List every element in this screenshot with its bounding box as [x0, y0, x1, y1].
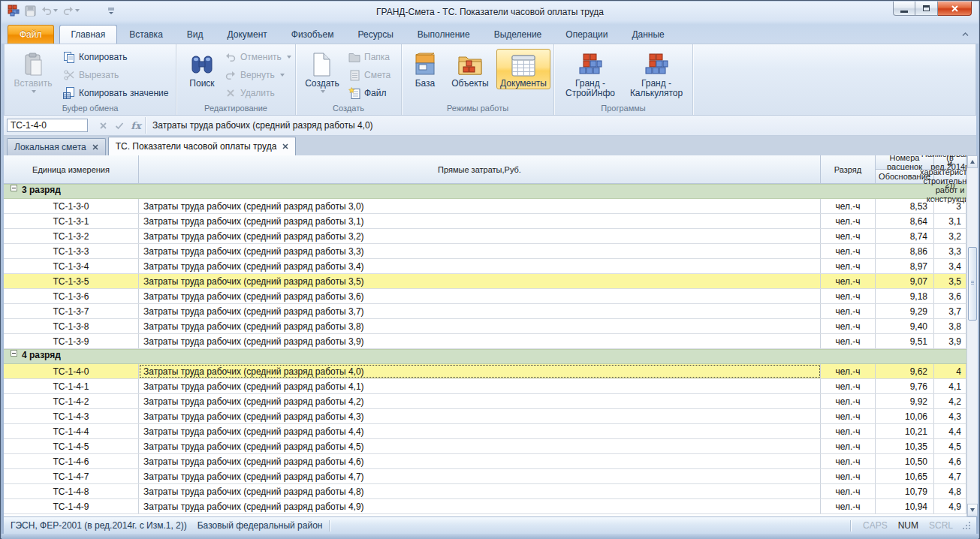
close-tab-icon[interactable]: [92, 144, 98, 150]
cell-grade[interactable]: 4,2: [934, 394, 966, 408]
cell-direct-cost[interactable]: 8,74: [876, 229, 934, 243]
delete-button[interactable]: Удалить: [225, 86, 291, 100]
tab-dannye[interactable]: Данные: [620, 25, 676, 44]
cell-grade[interactable]: 4,6: [934, 454, 966, 468]
cell-work-name[interactable]: Затраты труда рабочих (средний разряд ра…: [139, 334, 821, 348]
cell-direct-cost[interactable]: 10,50: [876, 454, 934, 468]
close-button[interactable]: [938, 2, 972, 16]
doc-tab-local-estimate[interactable]: Локальная смета: [7, 138, 106, 155]
grand-calculator-button[interactable]: Гранд - Калькулятор: [623, 49, 689, 99]
cell-unit[interactable]: чел.-ч: [821, 304, 876, 318]
cell-grade[interactable]: 4,7: [934, 469, 966, 483]
cell-grade[interactable]: 3,2: [934, 229, 966, 243]
cell-grade[interactable]: 4,5: [934, 439, 966, 453]
doc-tab-hourly-rates[interactable]: ТС. Показатели часовой оплаты труда: [108, 137, 297, 155]
cell-unit[interactable]: чел.-ч: [821, 424, 876, 438]
table-row[interactable]: ТС-1-3-7Затраты труда рабочих (средний р…: [4, 304, 966, 319]
cell-rate-id[interactable]: ТС-1-4-0: [4, 364, 139, 378]
cell-work-name[interactable]: Затраты труда рабочих (средний разряд ра…: [139, 394, 821, 408]
base-button[interactable]: База: [406, 49, 444, 89]
cell-unit[interactable]: чел.-ч: [821, 319, 876, 333]
paste-button[interactable]: Вставить: [11, 49, 56, 94]
cell-grade[interactable]: 3,4: [934, 259, 966, 273]
create-button[interactable]: Создать: [300, 49, 344, 94]
objects-button[interactable]: Объекты: [445, 49, 495, 89]
cell-work-name[interactable]: Затраты труда рабочих (средний разряд ра…: [139, 289, 821, 303]
toolbar-more-icon[interactable]: [107, 7, 115, 15]
cell-work-name[interactable]: Затраты труда рабочих (средний разряд ра…: [139, 199, 821, 213]
table-row[interactable]: ТС-1-4-5Затраты труда рабочих (средний р…: [4, 439, 966, 454]
cell-work-name[interactable]: Затраты труда рабочих (средний разряд ра…: [139, 244, 821, 258]
cell-rate-id[interactable]: ТС-1-3-7: [4, 304, 139, 318]
cell-unit[interactable]: чел.-ч: [821, 454, 876, 468]
table-row[interactable]: ТС-1-3-4Затраты труда рабочих (средний р…: [4, 259, 966, 274]
cell-unit[interactable]: чел.-ч: [821, 259, 876, 273]
cell-direct-cost[interactable]: 10,06: [876, 409, 934, 423]
name-box-input[interactable]: [7, 119, 88, 132]
cut-button[interactable]: Вырезать: [63, 68, 168, 82]
cell-unit[interactable]: чел.-ч: [821, 469, 876, 483]
cell-direct-cost[interactable]: 9,40: [876, 319, 934, 333]
group-row[interactable]: 4 разряд: [4, 349, 966, 364]
cell-unit[interactable]: чел.-ч: [821, 499, 876, 513]
cell-rate-id[interactable]: ТС-1-3-6: [4, 289, 139, 303]
table-row[interactable]: ТС-1-3-5Затраты труда рабочих (средний р…: [4, 274, 966, 289]
cell-unit[interactable]: чел.-ч: [821, 334, 876, 348]
header-grade[interactable]: Разряд: [821, 155, 876, 184]
function-icon[interactable]: fx: [130, 119, 142, 131]
cell-grade[interactable]: 4,9: [934, 499, 966, 513]
cancel-icon[interactable]: [97, 119, 109, 131]
tab-vydelenie[interactable]: Выделение: [482, 25, 554, 44]
scroll-down-icon[interactable]: [967, 504, 978, 516]
cell-rate-id[interactable]: ТС-1-4-4: [4, 424, 139, 438]
header-direct-costs[interactable]: Прямые затраты,Руб.: [139, 155, 821, 184]
cell-unit[interactable]: чел.-ч: [821, 289, 876, 303]
maximize-button[interactable]: [915, 2, 938, 16]
cell-rate-id[interactable]: ТС-1-3-9: [4, 334, 139, 348]
collapse-icon[interactable]: [11, 185, 17, 191]
cell-rate-id[interactable]: ТС-1-4-7: [4, 469, 139, 483]
cell-grade[interactable]: 4,3: [934, 409, 966, 423]
table-row[interactable]: ТС-1-4-9Затраты труда рабочих (средний р…: [4, 499, 966, 514]
collapse-icon[interactable]: [11, 350, 17, 357]
file-button[interactable]: Файл: [348, 86, 390, 100]
redo-icon[interactable]: [63, 6, 80, 16]
cell-grade[interactable]: 4: [934, 364, 966, 378]
cell-direct-cost[interactable]: 8,97: [876, 259, 934, 273]
table-row[interactable]: ТС-1-4-6Затраты труда рабочих (средний р…: [4, 454, 966, 469]
cell-work-name[interactable]: Затраты труда рабочих (средний разряд ра…: [139, 274, 821, 288]
tab-vstavka[interactable]: Вставка: [117, 25, 175, 44]
cell-rate-id[interactable]: ТС-1-3-1: [4, 214, 139, 228]
cell-unit[interactable]: чел.-ч: [821, 229, 876, 243]
grand-stroyinfo-button[interactable]: Гранд - СтройИнфо: [559, 49, 622, 99]
table-row[interactable]: ТС-1-4-0Затраты труда рабочих (средний р…: [4, 364, 966, 379]
tab-vid[interactable]: Вид: [175, 25, 216, 44]
table-row[interactable]: ТС-1-4-7Затраты труда рабочих (средний р…: [4, 469, 966, 484]
table-row[interactable]: ТС-1-4-2Затраты труда рабочих (средний р…: [4, 394, 966, 409]
undo-dropdown-icon[interactable]: [53, 9, 58, 12]
cell-work-name[interactable]: Затраты труда рабочих (средний разряд ра…: [139, 214, 821, 228]
table-row[interactable]: ТС-1-4-3Затраты труда рабочих (средний р…: [4, 409, 966, 424]
cell-direct-cost[interactable]: 10,94: [876, 499, 934, 513]
cell-unit[interactable]: чел.-ч: [821, 214, 876, 228]
cell-unit[interactable]: чел.-ч: [821, 439, 876, 453]
tab-vypolnenie[interactable]: Выполнение: [406, 25, 482, 44]
minimize-button[interactable]: [893, 2, 915, 16]
table-row[interactable]: ТС-1-4-8Затраты труда рабочих (средний р…: [4, 484, 966, 499]
table-row[interactable]: ТС-1-3-8Затраты труда рабочих (средний р…: [4, 319, 966, 334]
cell-work-name[interactable]: Затраты труда рабочих (средний разряд ра…: [139, 409, 821, 423]
tab-glavnaya[interactable]: Главная: [59, 25, 118, 44]
cell-direct-cost[interactable]: 9,18: [876, 289, 934, 303]
tab-resursy[interactable]: Ресурсы: [346, 25, 406, 44]
cell-grade[interactable]: 4,4: [934, 424, 966, 438]
undo-button[interactable]: Отменить: [225, 50, 291, 64]
cell-grade[interactable]: 3,8: [934, 319, 966, 333]
cell-work-name[interactable]: Затраты труда рабочих (средний разряд ра…: [139, 304, 821, 318]
cell-direct-cost[interactable]: 9,51: [876, 334, 934, 348]
save-icon[interactable]: [25, 5, 36, 17]
close-tab-icon[interactable]: [282, 143, 288, 149]
documents-button[interactable]: Документы: [496, 49, 550, 89]
cell-grade[interactable]: 3,9: [934, 334, 966, 348]
cell-direct-cost[interactable]: 9,76: [876, 379, 934, 393]
cell-direct-cost[interactable]: 10,21: [876, 424, 934, 438]
